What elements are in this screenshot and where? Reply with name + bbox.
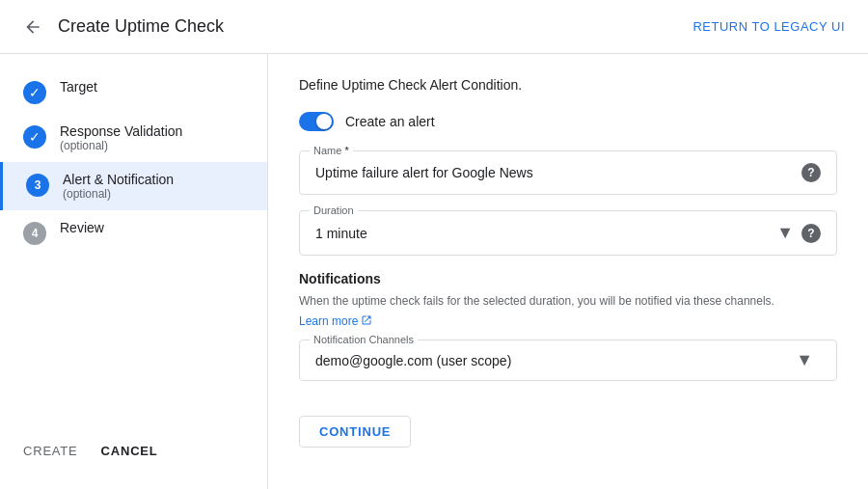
sidebar-item-response-label: Response Validation	[60, 123, 182, 139]
name-field-group: Name * ?	[299, 150, 837, 195]
sidebar-item-response-validation[interactable]: ✓ Response Validation (optional)	[0, 114, 267, 162]
notification-channels-field-group: Notification Channels demo@google.com (u…	[299, 340, 837, 381]
duration-legend: Duration	[310, 204, 358, 216]
sidebar-item-review[interactable]: 4 Review	[0, 210, 267, 255]
sidebar-item-alert-sublabel: (optional)	[63, 187, 174, 201]
alert-notification-number-icon: 3	[26, 174, 49, 197]
target-check-icon: ✓	[23, 81, 46, 104]
review-number-icon: 4	[23, 222, 46, 245]
duration-help-icon[interactable]: ?	[801, 224, 821, 243]
create-button[interactable]: CREATE	[23, 444, 78, 458]
notification-channels-legend: Notification Channels	[310, 334, 418, 345]
notifications-section: Notifications When the uptime check fail…	[299, 271, 837, 381]
sidebar-item-target[interactable]: ✓ Target	[0, 69, 267, 114]
layout: ✓ Target ✓ Response Validation (optional…	[0, 54, 868, 489]
notifications-description: When the uptime check fails for the sele…	[299, 292, 837, 311]
duration-select[interactable]: 1 minute 5 minutes 10 minutes 15 minutes	[315, 226, 776, 241]
duration-field-group: Duration 1 minute 5 minutes 10 minutes 1…	[299, 210, 837, 256]
sidebar-item-alert-notification[interactable]: 3 Alert & Notification (optional)	[0, 162, 267, 210]
learn-more-link[interactable]: Learn more	[299, 314, 372, 328]
main-content: Define Uptime Check Alert Condition. Cre…	[268, 54, 868, 489]
sidebar-item-target-label: Target	[60, 79, 97, 95]
header: Create Uptime Check RETURN TO LEGACY UI	[0, 0, 868, 54]
notification-channels-value: demo@google.com (user scope)	[315, 353, 796, 368]
legacy-ui-link[interactable]: RETURN TO LEGACY UI	[692, 19, 845, 34]
notification-channels-dropdown-arrow[interactable]: ▼	[796, 350, 813, 370]
section-title: Define Uptime Check Alert Condition.	[299, 77, 837, 93]
name-legend: Name *	[310, 145, 353, 156]
notifications-title: Notifications	[299, 271, 837, 286]
sidebar-item-response-sublabel: (optional)	[60, 139, 182, 152]
create-alert-toggle[interactable]	[299, 112, 334, 131]
back-button[interactable]	[23, 17, 42, 37]
create-alert-toggle-row: Create an alert	[299, 112, 837, 131]
name-help-icon[interactable]: ?	[801, 163, 821, 182]
sidebar-item-alert-label: Alert & Notification	[63, 172, 174, 187]
name-input[interactable]	[315, 165, 801, 180]
sidebar-item-review-label: Review	[60, 220, 104, 235]
cancel-button[interactable]: CANCEL	[101, 444, 158, 458]
external-link-icon	[361, 314, 372, 328]
page-title: Create Uptime Check	[58, 16, 677, 37]
duration-dropdown-arrow: ▼	[776, 223, 794, 243]
sidebar-actions: CREATE CANCEL	[0, 428, 181, 474]
create-alert-label: Create an alert	[345, 114, 435, 129]
continue-button[interactable]: CONTINUE	[299, 416, 411, 448]
response-validation-check-icon: ✓	[23, 125, 46, 149]
sidebar: ✓ Target ✓ Response Validation (optional…	[0, 54, 268, 489]
